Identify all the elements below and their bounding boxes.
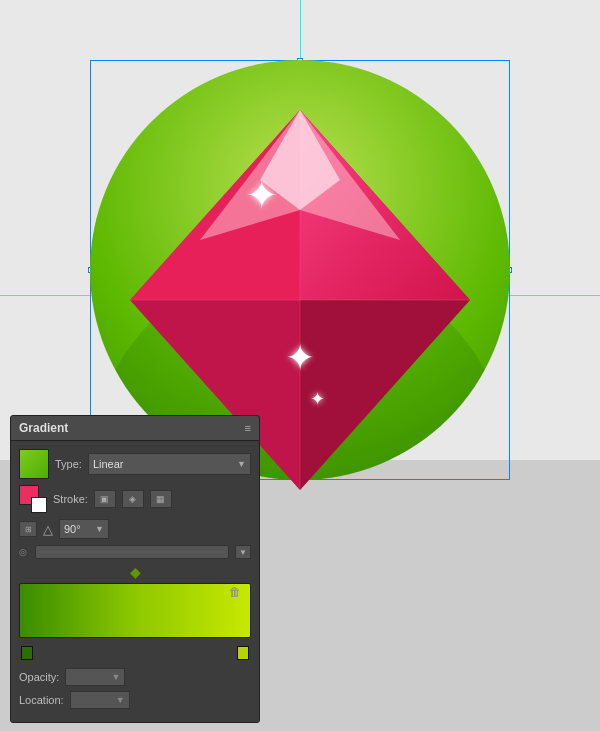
opacity-label: Opacity: bbox=[19, 671, 59, 683]
gradient-color-swatch[interactable] bbox=[19, 449, 49, 479]
type-row: Type: Linear ▼ bbox=[19, 449, 251, 479]
gradient-stop-right[interactable] bbox=[237, 646, 249, 660]
opacity-row: Opacity: ▼ bbox=[19, 668, 251, 686]
diamond-row: ◆ bbox=[19, 565, 251, 579]
stroke-button-2[interactable]: ◈ bbox=[122, 490, 144, 508]
angle-icon: △ bbox=[43, 522, 53, 537]
stroke-label: Stroke: bbox=[53, 493, 88, 505]
gradient-bar-container: 🗑 bbox=[19, 583, 251, 638]
gradient-stops-row bbox=[19, 646, 251, 660]
stroke-row: Stroke: ▣ ◈ ▦ bbox=[19, 485, 251, 513]
panel-header: Gradient ≡ bbox=[11, 416, 259, 441]
canvas-area: ✦ ✦ ✦ Gradient ≡ Type: Linear ▼ bbox=[0, 0, 600, 731]
location-select[interactable]: ▼ bbox=[70, 691, 130, 709]
panel-body: Type: Linear ▼ Stroke: ▣ ◈ ▦ ⊞ bbox=[11, 441, 259, 722]
location-arrow: ▼ bbox=[116, 695, 125, 705]
sparkle-small: ✦ bbox=[310, 390, 325, 408]
panel-menu-icon[interactable]: ≡ bbox=[245, 422, 251, 434]
aspect-slider[interactable] bbox=[35, 545, 229, 559]
gradient-panel: Gradient ≡ Type: Linear ▼ Stroke bbox=[10, 415, 260, 723]
svg-marker-3 bbox=[300, 300, 470, 490]
stroke-button-1[interactable]: ▣ bbox=[94, 490, 116, 508]
gradient-stop-left[interactable] bbox=[21, 646, 33, 660]
type-label: Type: bbox=[55, 458, 82, 470]
type-arrow: ▼ bbox=[237, 459, 246, 469]
panel-header-left: Gradient bbox=[19, 421, 68, 435]
opacity-select[interactable]: ▼ bbox=[65, 668, 125, 686]
sparkle-large: ✦ bbox=[245, 175, 279, 215]
type-value: Linear bbox=[93, 458, 124, 470]
aspect-arrow: ▼ bbox=[239, 548, 247, 557]
stroke-button-3[interactable]: ▦ bbox=[150, 490, 172, 508]
angle-input[interactable]: 90° ▼ bbox=[59, 519, 109, 539]
sparkle-medium: ✦ bbox=[285, 340, 315, 376]
gradient-stop-diamond[interactable]: ◆ bbox=[130, 565, 141, 579]
angle-row: ⊞ △ 90° ▼ bbox=[19, 519, 251, 539]
type-select[interactable]: Linear ▼ bbox=[88, 453, 251, 475]
fg-bg-swatch[interactable] bbox=[19, 485, 47, 513]
angle-value: 90° bbox=[64, 523, 81, 535]
angle-arrow: ▼ bbox=[95, 524, 104, 534]
location-row: Location: ▼ bbox=[19, 691, 251, 709]
gradient-preview[interactable] bbox=[19, 583, 251, 638]
location-label: Location: bbox=[19, 694, 64, 706]
circle-row: ◎ ▼ bbox=[19, 545, 251, 559]
background-swatch[interactable] bbox=[31, 497, 47, 513]
opacity-arrow: ▼ bbox=[111, 672, 120, 682]
icon-btn-grid[interactable]: ⊞ bbox=[19, 521, 37, 537]
panel-title: Gradient bbox=[19, 421, 68, 435]
trash-icon[interactable]: 🗑 bbox=[229, 585, 241, 599]
